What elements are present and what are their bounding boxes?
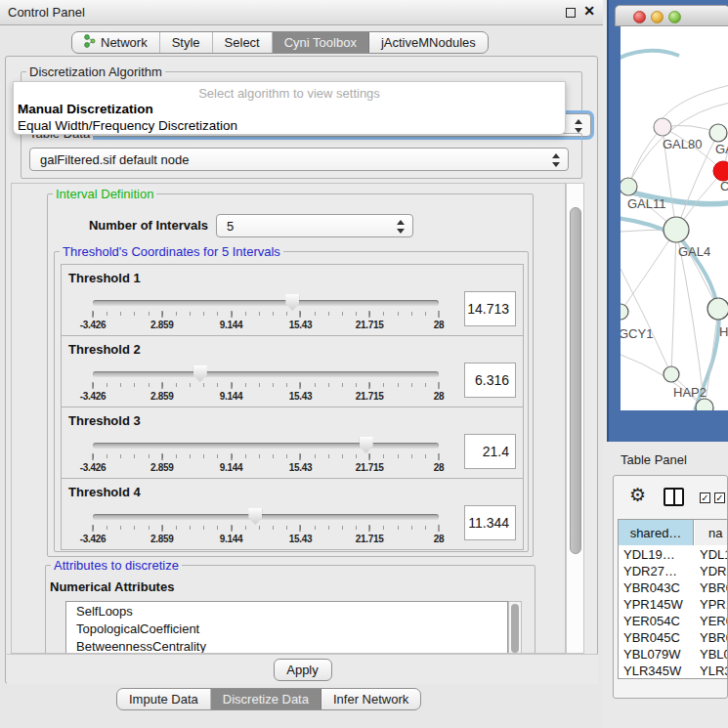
slider-ticks xyxy=(93,454,439,458)
slider-thumb[interactable] xyxy=(360,437,373,453)
list-scrollbar[interactable] xyxy=(508,601,522,654)
cyni-toolbox-panel: Discretization Algorithm Select algorith… xyxy=(5,56,598,684)
table-row[interactable]: YER054CYER0 xyxy=(619,613,728,629)
threshold-slider[interactable]: -3.426 2.859 9.144 15.43 21.715 28 xyxy=(93,435,439,476)
node-attribute-table[interactable]: shared… na YDL19…YDL1YDR27…YDR2YBR043CYB… xyxy=(618,519,728,679)
threshold-slider[interactable]: -3.426 2.859 9.144 15.43 21.715 28 xyxy=(93,506,439,547)
threshold-row: Threshold 1 -3.426 2.859 9.144 15.43 xyxy=(61,264,524,336)
slider-track xyxy=(93,300,439,306)
table-row[interactable]: YLR345WYLR3 xyxy=(619,663,728,679)
popup-placeholder: Select algorithm to view settings xyxy=(14,86,565,101)
slider-thumb[interactable] xyxy=(193,365,207,382)
apply-bar: Apply xyxy=(7,654,598,684)
slider-track xyxy=(93,514,439,520)
window-title: Control Panel xyxy=(8,5,85,20)
table-row[interactable]: YBR045CYBR0 xyxy=(619,629,728,646)
list-item[interactable]: SelfLoops xyxy=(66,602,507,620)
table-row[interactable]: YBR043CYBR0 xyxy=(619,579,728,596)
tab-cyni-toolbox[interactable]: Cyni Toolbox xyxy=(273,32,369,53)
node-label-gal11: GAL11 xyxy=(627,196,666,211)
tab-discretize-data[interactable]: Discretize Data xyxy=(211,689,321,709)
column-header-shared-name[interactable]: shared… xyxy=(619,520,694,545)
network-view-window: GAL80 GA C GAL11 GAL4 GCY1 H HAP2 xyxy=(607,0,728,442)
algorithm-dropdown-popup: Select algorithm to view settings Manual… xyxy=(13,81,566,135)
threshold-row: Threshold 3 -3.426 2.859 9.144 15.43 xyxy=(61,407,524,479)
gear-icon[interactable]: ⚙ xyxy=(629,484,646,505)
group-title: Threshold's Coordinates for 5 Intervals xyxy=(60,244,283,259)
threshold-value-input[interactable]: 21.4 xyxy=(464,434,516,469)
table-row[interactable]: YDR27…YDR2 xyxy=(619,563,728,579)
network-canvas[interactable]: GAL80 GA C GAL11 GAL4 GCY1 H HAP2 xyxy=(621,26,728,410)
apply-button[interactable]: Apply xyxy=(274,659,332,681)
cyni-bottom-tabbar: Impute Data Discretize Data Infer Networ… xyxy=(116,688,421,710)
threshold-slider[interactable]: -3.426 2.859 9.144 15.43 21.715 28 xyxy=(93,292,439,333)
node-label-gal4: GAL4 xyxy=(678,244,710,259)
table-data-group: Table Data galFiltered.sif default node xyxy=(21,133,582,179)
close-icon[interactable]: ✕ xyxy=(583,3,595,19)
tab-jactivemnodules[interactable]: jActiveMNodules xyxy=(369,32,488,53)
maximize-traffic-light-icon[interactable] xyxy=(668,11,681,23)
node-label: H xyxy=(719,324,728,339)
group-title: Interval Definition xyxy=(53,187,156,201)
vertical-scrollbar[interactable] xyxy=(566,183,584,654)
tab-infer-network[interactable]: Infer Network xyxy=(321,689,420,709)
scrollbar-thumb[interactable] xyxy=(570,207,581,554)
column-view-icon[interactable] xyxy=(664,488,684,506)
table-row[interactable]: YDL19…YDL1 xyxy=(619,546,728,563)
column-header-name[interactable]: na xyxy=(695,520,728,545)
slider-ticks xyxy=(93,383,439,387)
combo-arrows-icon xyxy=(396,219,405,235)
threshold-value-input[interactable]: 11.344 xyxy=(464,505,516,540)
settings-scroll-viewport: Interval Definition Number of Intervals … xyxy=(11,183,566,654)
slider-thumb[interactable] xyxy=(248,508,262,525)
tab-select[interactable]: Select xyxy=(213,32,273,53)
slider-ticks xyxy=(93,526,439,530)
node-label-gcy1: GCY1 xyxy=(621,326,653,341)
tab-network[interactable]: Network xyxy=(72,32,160,53)
attributes-group: Attributes to discretize Numerical Attri… xyxy=(45,565,535,654)
threshold-row: Threshold 4 -3.426 2.859 9.144 15.43 xyxy=(61,478,524,550)
threshold-row: Threshold 2 -3.426 2.859 9.144 15.43 xyxy=(61,335,524,407)
node-label: C xyxy=(720,179,728,193)
minimize-traffic-light-icon[interactable] xyxy=(651,11,664,23)
network-icon xyxy=(84,34,96,51)
group-title: Attributes to discretize xyxy=(51,558,182,573)
slider-track xyxy=(93,371,439,377)
numerical-attributes-list[interactable]: SelfLoops TopologicalCoefficient Between… xyxy=(65,601,508,654)
num-intervals-combobox[interactable]: 5 xyxy=(216,214,413,237)
table-panel: ⚙ shared… na YDL19…YDL1YDR27…YDR2YBR043C… xyxy=(613,475,728,699)
num-intervals-label: Number of Intervals xyxy=(71,218,208,233)
combo-arrows-icon xyxy=(551,152,560,168)
table-panel-region: Table Panel ⚙ shared… na YDL19…YDL1YDR27… xyxy=(607,442,728,728)
node-label-hap2: HAP2 xyxy=(673,385,707,400)
slider-ticks xyxy=(93,312,439,316)
list-item[interactable]: TopologicalCoefficient xyxy=(66,620,507,637)
table-row[interactable]: YBL079WYBL0 xyxy=(619,646,728,663)
table-data-combobox[interactable]: galFiltered.sif default node xyxy=(29,148,569,171)
threshold-value-input[interactable]: 14.713 xyxy=(464,291,516,326)
checkbox-icon[interactable] xyxy=(714,492,725,503)
threshold-value-input[interactable]: 6.316 xyxy=(464,363,516,398)
list-item[interactable]: BetweennessCentrality xyxy=(66,637,507,654)
group-title: Discretization Algorithm xyxy=(26,64,165,79)
control-panel-window: Control Panel ✕ Network Style Select Cyn… xyxy=(0,0,603,728)
slider-track xyxy=(93,443,439,449)
combo-arrows-icon xyxy=(574,118,582,134)
float-window-icon[interactable] xyxy=(566,8,576,18)
control-panel-titlebar: Control Panel ✕ xyxy=(0,0,603,25)
close-traffic-light-icon[interactable] xyxy=(633,11,646,23)
popup-item-manual-discretization[interactable]: Manual Discretization xyxy=(14,101,565,117)
node-label-gal80: GAL80 xyxy=(663,137,702,151)
tab-impute-data[interactable]: Impute Data xyxy=(117,689,211,709)
table-row[interactable]: YPR145WYPR1 xyxy=(619,596,728,613)
slider-thumb[interactable] xyxy=(285,294,299,311)
control-panel-tabbar: Network Style Select Cyni Toolbox jActiv… xyxy=(71,31,489,54)
node-label: GA xyxy=(715,142,728,156)
numerical-attributes-label: Numerical Attributes xyxy=(50,579,174,594)
thresholds-group: Threshold's Coordinates for 5 Intervals … xyxy=(54,251,529,552)
popup-item-equal-width[interactable]: Equal Width/Frequency Discretization xyxy=(14,117,565,134)
threshold-slider[interactable]: -3.426 2.859 9.144 15.43 21.715 28 xyxy=(93,364,439,405)
checkbox-icon[interactable] xyxy=(700,492,710,503)
tab-style[interactable]: Style xyxy=(160,32,213,53)
network-window-titlebar xyxy=(615,5,728,26)
